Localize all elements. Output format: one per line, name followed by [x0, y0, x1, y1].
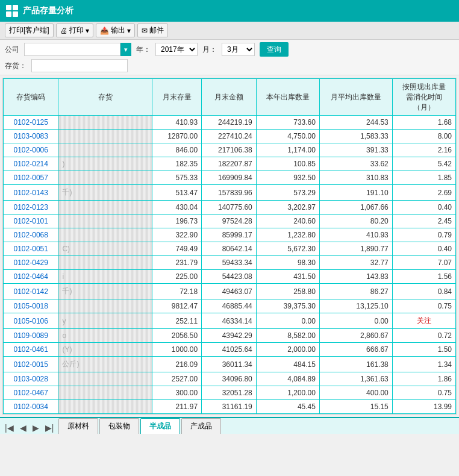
data-cell: 33.62: [319, 157, 392, 171]
table-row: 0102-0467300.0032051.281,200.00400.000.7…: [4, 386, 456, 400]
tab-last-button[interactable]: ▶|: [43, 422, 57, 434]
table-row: 0105-0106y252.1146334.140.000.00关注: [4, 313, 456, 329]
print-button[interactable]: 🖨 打印 ▾: [56, 23, 93, 37]
inventory-name-cell: [58, 171, 152, 185]
company-dropdown-button[interactable]: ▾: [120, 43, 131, 56]
inventory-code-cell[interactable]: 0102-0143: [4, 185, 58, 201]
print-icon: 🖨: [60, 27, 67, 35]
data-cell: 240.60: [256, 215, 319, 228]
data-cell: 0.84: [392, 284, 455, 299]
inventory-code-cell[interactable]: 0105-0018: [4, 299, 58, 313]
data-cell: 0.79: [392, 228, 455, 242]
data-cell: 300.00: [152, 386, 202, 400]
data-cell: 4,084.89: [256, 372, 319, 386]
title-bar: 产品存量分析: [0, 0, 459, 22]
inventory-code-cell[interactable]: 0102-0142: [4, 284, 58, 299]
col-header-amount: 月末金额: [202, 79, 257, 116]
data-cell: 80.20: [319, 215, 392, 228]
data-cell: 39,375.30: [256, 299, 319, 313]
inventory-name-cell: [58, 130, 152, 143]
print-client-button[interactable]: 打印[客户端]: [5, 23, 54, 37]
data-cell: 9812.47: [152, 299, 202, 313]
data-cell: 252.11: [152, 313, 202, 329]
toolbar: 打印[客户端] 🖨 打印 ▾ 📤 输出 ▾ ✉ 邮件: [0, 22, 459, 40]
data-cell: 231.79: [152, 256, 202, 270]
inventory-code-cell[interactable]: 0102-0057: [4, 171, 58, 185]
inventory-code-cell[interactable]: 0102-0464: [4, 270, 58, 284]
query-button[interactable]: 查询: [260, 42, 289, 57]
inventory-name-cell: [58, 400, 152, 414]
inventory-name-cell: 公斤): [58, 357, 152, 372]
inventory-name-cell: [58, 215, 152, 228]
inventory-code-cell[interactable]: 0102-0125: [4, 116, 58, 130]
tab-半成品[interactable]: 半成品: [140, 418, 180, 434]
data-cell: 211.97: [152, 400, 202, 414]
tab-包装物[interactable]: 包装物: [99, 418, 139, 434]
inventory-code-cell[interactable]: 0105-0106: [4, 313, 58, 329]
mail-button[interactable]: ✉ 邮件: [137, 23, 168, 37]
inventory-name-cell: C): [58, 242, 152, 256]
inventory-code-cell[interactable]: 0102-0101: [4, 215, 58, 228]
data-cell: 12870.00: [152, 130, 202, 143]
table-row: 0102-0068322.9085999.171,232.80410.930.7…: [4, 228, 456, 242]
data-cell: 80642.14: [202, 242, 257, 256]
data-cell: 157839.96: [202, 185, 257, 201]
data-cell: 2.45: [392, 215, 455, 228]
inventory-code-cell[interactable]: 0102-0467: [4, 386, 58, 400]
data-cell: 100.85: [256, 157, 319, 171]
data-cell: 666.67: [319, 343, 392, 357]
inventory-code-cell[interactable]: 0102-0051: [4, 242, 58, 256]
tab-next-button[interactable]: ▶: [30, 422, 42, 434]
data-cell: 191.10: [319, 185, 392, 201]
data-cell: 72.18: [152, 284, 202, 299]
table-row: 0102-0123430.04140775.603,202.971,067.66…: [4, 201, 456, 215]
inventory-code-cell[interactable]: 0103-0083: [4, 130, 58, 143]
inventory-name-cell: ): [58, 157, 152, 171]
inventory-name-cell: [58, 116, 152, 130]
table-row: 0102-0015公斤)216.0936011.34484.15161.381.…: [4, 357, 456, 372]
company-input[interactable]: [24, 43, 120, 56]
data-cell: 2.16: [392, 143, 455, 157]
data-cell: 217106.38: [202, 143, 257, 157]
inventory-code-cell[interactable]: 0102-0015: [4, 357, 58, 372]
inventory-code-cell[interactable]: 0103-0028: [4, 372, 58, 386]
inventory-code-cell[interactable]: 0102-0429: [4, 256, 58, 270]
tabs-container: 原材料包装物半成品产成品: [58, 418, 222, 434]
inventory-code-cell[interactable]: 0102-0461: [4, 343, 58, 357]
export-chevron-icon: ▾: [127, 27, 131, 35]
data-cell: 13,125.10: [319, 299, 392, 313]
inventory-code-cell[interactable]: 0102-0123: [4, 201, 58, 215]
inventory-code-cell[interactable]: 0102-0006: [4, 143, 58, 157]
table-row: 0102-0461(Y)1000.0041025.642,000.00666.6…: [4, 343, 456, 357]
data-cell: 733.60: [256, 116, 319, 130]
export-button[interactable]: 📤 输出 ▾: [96, 23, 135, 37]
tab-prev-button[interactable]: ◀: [17, 422, 29, 434]
data-cell: 2.69: [392, 185, 455, 201]
inventory-code-cell[interactable]: 0102-0214: [4, 157, 58, 171]
app-icon: [6, 5, 18, 17]
data-cell: 34096.80: [202, 372, 257, 386]
data-cell: 575.33: [152, 171, 202, 185]
year-select[interactable]: 2017年: [155, 43, 198, 56]
data-cell: 391.33: [319, 143, 392, 157]
data-cell: 410.93: [319, 228, 392, 242]
filter-line-1: 公司 ▾ 年： 2017年 月： 3月 查询: [5, 42, 454, 57]
col-header-avg-out: 月平均出库数量: [319, 79, 392, 116]
inventory-code-cell[interactable]: 0102-0068: [4, 228, 58, 242]
data-cell: 4,750.00: [256, 130, 319, 143]
data-cell: 15.15: [319, 400, 392, 414]
inventory-input[interactable]: [31, 59, 128, 72]
data-table: 存货编码 存货 月末存量 月末金额 本年出库数量 月平均出库数量 按照现出库量需…: [3, 78, 456, 414]
data-cell: 182207.87: [202, 157, 257, 171]
data-cell: 关注: [392, 313, 455, 329]
tab-原材料[interactable]: 原材料: [58, 418, 98, 434]
table-row: 0105-00189812.4746885.4439,375.3013,125.…: [4, 299, 456, 313]
tab-产成品[interactable]: 产成品: [181, 418, 221, 434]
inventory-code-cell[interactable]: 0109-0089: [4, 329, 58, 343]
data-cell: 0.00: [256, 313, 319, 329]
company-label: 公司: [5, 45, 19, 55]
content-area: 存货编码 存货 月末存量 月末金额 本年出库数量 月平均出库数量 按照现出库量需…: [2, 78, 457, 415]
tab-first-button[interactable]: |◀: [2, 422, 16, 434]
inventory-code-cell[interactable]: 0102-0034: [4, 400, 58, 414]
month-select[interactable]: 3月: [222, 43, 255, 56]
